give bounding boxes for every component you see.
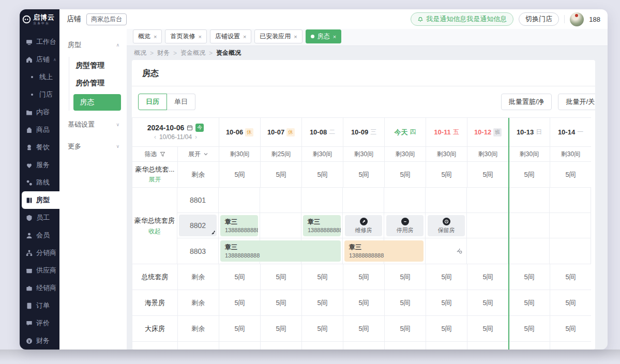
availability-cell[interactable]: 5间 (426, 264, 467, 290)
batch-clean-button[interactable]: 批量置脏/净 (501, 94, 552, 110)
availability-cell[interactable]: 5间 (261, 316, 302, 341)
availability-cell[interactable]: 5间 (426, 316, 467, 341)
availability-cell[interactable]: 5间 (426, 162, 467, 187)
tab-店铺设置[interactable]: 店铺设置× (210, 29, 251, 43)
date-column-10-08[interactable]: 10-08二 (302, 118, 343, 146)
availability-cell[interactable]: 5间 (385, 264, 426, 290)
sidebar-item-经销商[interactable]: 经销商 (20, 279, 59, 297)
availability-cell[interactable]: 5间 (550, 316, 591, 341)
availability-cell[interactable]: 5间 (302, 316, 343, 341)
date-column-10-13[interactable]: 10-13日 (509, 118, 550, 146)
grid-cell[interactable] (467, 213, 508, 238)
availability-cell[interactable]: 5间 (343, 316, 385, 341)
availability-cell[interactable]: 5间 (343, 290, 385, 315)
batch-open-close-button[interactable]: 批量开/关 (558, 94, 595, 110)
date-column-10-11[interactable]: 10-11五 (426, 118, 467, 146)
availability-cell[interactable]: 5间 (219, 162, 261, 187)
availability-cell[interactable]: 5间 (302, 162, 343, 187)
today-badge[interactable]: 今 (195, 124, 204, 132)
availability-cell[interactable]: 5间 (219, 264, 261, 290)
room-type-cell[interactable]: 标间 (132, 342, 178, 350)
status-cell-停用房[interactable]: 停用房 (386, 215, 424, 236)
avatar[interactable] (570, 12, 584, 26)
grid-cell[interactable] (301, 188, 343, 213)
single-day-view-button[interactable]: 单日 (167, 94, 195, 110)
availability-cell[interactable]: 5间 (261, 342, 302, 350)
date-column-10-12[interactable]: 10-12班 (467, 118, 509, 146)
current-date[interactable]: 2024-10-06 (147, 124, 185, 132)
booking-chip[interactable]: 章三13888888888 (220, 215, 258, 236)
room-number-cell[interactable]: 8801 (177, 188, 219, 213)
sidebar-item-内容[interactable]: 内容 (20, 103, 59, 121)
username[interactable]: 188 (589, 16, 600, 23)
booking-chip[interactable]: 章三13888888888 (220, 240, 341, 262)
tab-概览[interactable]: 概览× (133, 29, 162, 43)
filter-cell[interactable]: 筛选 (132, 147, 178, 161)
date-column-10-14[interactable]: 10-14一 (550, 118, 591, 146)
availability-cell[interactable]: 5间 (426, 342, 467, 350)
date-column-今天[interactable]: 今天四 (385, 118, 426, 146)
grid-cell[interactable] (508, 188, 550, 213)
breadcrumb-item[interactable]: 财务 (157, 49, 170, 57)
calendar-icon[interactable] (187, 125, 193, 131)
store-menu[interactable]: 店铺 (67, 14, 81, 24)
expand-link[interactable]: 展开 (149, 175, 161, 184)
availability-cell[interactable]: 5间 (261, 290, 302, 315)
availability-cell[interactable]: 5间 (467, 342, 509, 350)
date-column-10-07[interactable]: 10-07休 (261, 118, 302, 146)
sidebar-item-财务[interactable]: 财务 (20, 332, 59, 350)
sidebar-item-店铺[interactable]: 店铺∧ (20, 51, 59, 68)
availability-cell[interactable]: 5间 (467, 316, 509, 341)
next-range-icon[interactable]: › (195, 133, 197, 141)
room-number-cell[interactable]: 8802 (177, 213, 219, 238)
status-cell-维修房[interactable]: 维修房 (345, 215, 382, 236)
submenu-item-房价管理[interactable]: 房价管理 (75, 74, 119, 92)
notification-pill[interactable]: 我是通知信息我是通知信息 (411, 12, 513, 26)
grid-cell[interactable] (550, 213, 591, 238)
availability-cell[interactable]: 5间 (550, 264, 591, 290)
submenu-section[interactable]: 房型 ∧ (68, 40, 119, 50)
sidebar-item-餐饮[interactable]: 餐饮 (20, 139, 59, 156)
grid-cell[interactable] (508, 238, 550, 264)
expand-cell[interactable]: 展开 (178, 147, 219, 161)
grid-cell[interactable] (550, 188, 591, 213)
availability-cell[interactable]: 5间 (467, 264, 509, 290)
sidebar-item-分销商[interactable]: 分销商 (20, 244, 59, 262)
tab-close-icon[interactable]: × (333, 34, 336, 40)
sidebar-item-房型[interactable]: 房型 (22, 191, 59, 209)
availability-cell[interactable]: 5间 (467, 162, 509, 187)
availability-cell[interactable]: 5间 (219, 316, 261, 341)
availability-cell[interactable]: 5间 (261, 264, 302, 290)
availability-cell[interactable]: 5间 (467, 290, 509, 315)
sidebar-item-员工[interactable]: 员工 (20, 209, 59, 226)
grid-cell[interactable] (467, 238, 508, 264)
sidebar-item-工作台[interactable]: 工作台 (20, 33, 59, 51)
tab-close-icon[interactable]: × (294, 34, 297, 40)
submenu-footer-基础设置[interactable]: 基础设置∨ (68, 114, 119, 135)
availability-cell[interactable]: 5间 (261, 162, 302, 187)
availability-cell[interactable]: 5间 (509, 264, 550, 290)
sidebar-item-线上[interactable]: 线上 (20, 68, 59, 86)
availability-cell[interactable]: 5间 (550, 290, 591, 315)
availability-cell[interactable]: 5间 (343, 264, 385, 290)
grid-cell[interactable] (426, 188, 467, 213)
availability-cell[interactable]: 5间 (509, 290, 550, 315)
breadcrumb-item[interactable]: 资金概况 (180, 49, 205, 57)
room-group-cell[interactable]: 豪华总统套房收起 (132, 188, 177, 264)
submenu-footer-更多[interactable]: 更多∨ (68, 135, 119, 157)
grid-cell[interactable] (343, 188, 384, 213)
room-number-cell[interactable]: 8803 (177, 238, 219, 264)
grid-cell[interactable] (260, 213, 301, 238)
switch-store-button[interactable]: 切换门店 (519, 12, 559, 26)
availability-cell[interactable]: 5间 (385, 316, 426, 341)
calendar-view-button[interactable]: 日历 (138, 94, 167, 110)
tab-close-icon[interactable]: × (198, 34, 201, 40)
availability-cell[interactable]: 5间 (302, 290, 343, 315)
sidebar-item-会员[interactable]: 会员 (20, 226, 59, 244)
availability-cell[interactable]: 5间 (550, 342, 591, 350)
availability-cell[interactable]: 5间 (385, 162, 426, 187)
booking-chip[interactable]: 章三13888888888 (303, 215, 341, 236)
availability-cell[interactable]: 5间 (302, 342, 343, 350)
submenu-item-房态[interactable]: 房态 (73, 94, 121, 111)
grid-cell[interactable] (219, 188, 260, 213)
